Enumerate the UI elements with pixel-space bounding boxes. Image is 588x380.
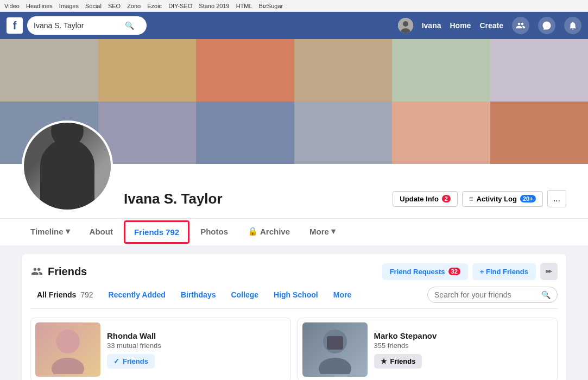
friends-search-input[interactable] — [434, 290, 537, 299]
search-icon: 🔍 — [125, 21, 134, 30]
friend-name-marko[interactable]: Marko Stepanov — [374, 331, 553, 340]
checkmark-icon: ✓ — [113, 357, 119, 365]
nav-username[interactable]: Ivana — [422, 21, 441, 30]
nav-create[interactable]: Create — [479, 21, 503, 30]
bookmarks-bar: Video Headlines Images Social SEO Zono E… — [0, 0, 588, 12]
facebook-header: f 🔍 Ivana Home Create — [0, 12, 588, 39]
friend-name-rhonda[interactable]: Rhonda Wall — [107, 331, 286, 340]
bookmark-stano[interactable]: Stano 2019 — [199, 3, 229, 9]
profile-avatar[interactable] — [22, 121, 113, 212]
update-info-button[interactable]: Update Info 2 — [393, 191, 458, 207]
svg-point-1 — [403, 21, 408, 27]
friend-requests-button[interactable]: Friend Requests 32 — [382, 263, 468, 280]
bookmark-headlines[interactable]: Headlines — [26, 3, 53, 9]
friend-btn-rhonda[interactable]: ✓ Friends — [107, 354, 155, 369]
friends-actions: Friend Requests 32 + Find Friends ✏ — [382, 263, 558, 280]
edit-icon: ✏ — [546, 267, 552, 276]
nav-home[interactable]: Home — [450, 21, 471, 30]
bookmark-html[interactable]: HTML — [236, 3, 252, 9]
svg-point-6 — [319, 358, 351, 374]
friend-mutual-rhonda: 33 mutual friends — [107, 341, 286, 350]
tab-timeline[interactable]: Timeline ▾ — [22, 219, 79, 245]
chevron-down-icon: ▾ — [66, 226, 70, 236]
tab-about[interactable]: About — [81, 219, 122, 245]
friend-card-marko: Marko Stepanov 355 friends ★ Friends — [298, 318, 558, 380]
filter-tabs: All Friends 792 Recently Added Birthdays… — [30, 287, 358, 302]
friend-btn-marko[interactable]: ★ Friends — [374, 354, 422, 369]
header-nav: Ivana Home Create — [398, 17, 581, 34]
filter-recently-added[interactable]: Recently Added — [102, 287, 172, 302]
svg-rect-7 — [327, 336, 343, 350]
tab-photos[interactable]: Photos — [192, 219, 237, 245]
friends-title: Friends — [30, 265, 87, 278]
friends-icon — [30, 265, 43, 278]
friends-container: Friends Friend Requests 32 + Find Friend… — [22, 254, 566, 380]
find-friends-button[interactable]: + Find Friends — [472, 263, 536, 280]
profile-tabs: Timeline ▾ About Friends 792 Photos 🔒 Ar… — [0, 218, 588, 245]
friend-avatar-marko[interactable] — [302, 322, 368, 377]
main-content: Friends Friend Requests 32 + Find Friend… — [0, 245, 588, 380]
facebook-logo[interactable]: f — [7, 17, 23, 34]
filter-birthdays[interactable]: Birthdays — [174, 287, 223, 302]
more-button[interactable]: ... — [547, 190, 566, 207]
nav-messenger-icon[interactable] — [538, 17, 555, 34]
friends-grid: Rhonda Wall 33 mutual friends ✓ Friends — [30, 318, 558, 380]
friends-header: Friends Friend Requests 32 + Find Friend… — [30, 263, 558, 280]
activity-log-badge: 20+ — [520, 195, 536, 202]
profile-name: Ivana S. Taylor — [124, 191, 393, 207]
list-icon: ≡ — [469, 195, 473, 203]
friends-search-icon: 🔍 — [541, 290, 551, 299]
search-input[interactable] — [34, 21, 121, 30]
friends-filters: All Friends 792 Recently Added Birthdays… — [30, 287, 558, 309]
filter-all-friends[interactable]: All Friends 792 — [30, 287, 100, 302]
star-icon: ★ — [381, 357, 387, 365]
bookmark-bizsugar[interactable]: BizSugar — [259, 3, 283, 9]
cover-actions: Update Info 2 ≡ Activity Log 20+ ... — [393, 190, 566, 212]
nav-people-icon[interactable] — [512, 17, 529, 34]
tab-friends[interactable]: Friends 792 — [124, 220, 189, 244]
search-bar[interactable]: 🔍 — [27, 16, 147, 35]
friends-heading: Friends — [48, 265, 87, 278]
edit-button[interactable]: ✏ — [540, 263, 558, 280]
update-info-badge: 2 — [442, 195, 451, 202]
cover-area: Ivana S. Taylor Update Info 2 ≡ Activity… — [0, 39, 588, 245]
bookmark-seo[interactable]: SEO — [108, 3, 121, 9]
nav-notifications-icon[interactable] — [564, 17, 581, 34]
bookmark-ezoic[interactable]: Ezoic — [147, 3, 162, 9]
bookmark-diyseo[interactable]: DIY-SEO — [168, 3, 192, 9]
friend-requests-badge: 32 — [448, 268, 460, 275]
filter-college[interactable]: College — [224, 287, 265, 302]
bookmark-zono[interactable]: Zono — [127, 3, 141, 9]
filter-more[interactable]: More — [327, 287, 358, 302]
activity-log-button[interactable]: ≡ Activity Log 20+ — [462, 191, 543, 207]
tab-more[interactable]: More ▾ — [301, 219, 344, 245]
avatar[interactable] — [398, 18, 413, 33]
friend-card-rhonda: Rhonda Wall 33 mutual friends ✓ Friends — [30, 318, 291, 380]
friend-mutual-marko: 355 friends — [374, 341, 553, 350]
friends-count: 792 — [166, 227, 179, 237]
filter-high-school[interactable]: High School — [267, 287, 325, 302]
svg-point-3 — [56, 330, 80, 353]
friends-search[interactable]: 🔍 — [427, 287, 558, 303]
chevron-down-icon-more: ▾ — [331, 226, 336, 236]
friend-info-rhonda: Rhonda Wall 33 mutual friends ✓ Friends — [107, 331, 286, 369]
bookmark-video[interactable]: Video — [4, 3, 20, 9]
friend-info-marko: Marko Stepanov 355 friends ★ Friends — [374, 331, 553, 369]
lock-icon: 🔒 — [248, 226, 258, 236]
profile-section: Ivana S. Taylor Update Info 2 ≡ Activity… — [0, 164, 588, 218]
svg-point-4 — [52, 358, 84, 374]
tab-archive[interactable]: 🔒 Archive — [239, 219, 299, 245]
all-friends-count: 792 — [80, 290, 93, 299]
friend-avatar-rhonda[interactable] — [35, 322, 100, 377]
bookmark-images[interactable]: Images — [59, 3, 79, 9]
profile-name-area: Ivana S. Taylor — [113, 191, 393, 212]
bookmark-social[interactable]: Social — [85, 3, 102, 9]
